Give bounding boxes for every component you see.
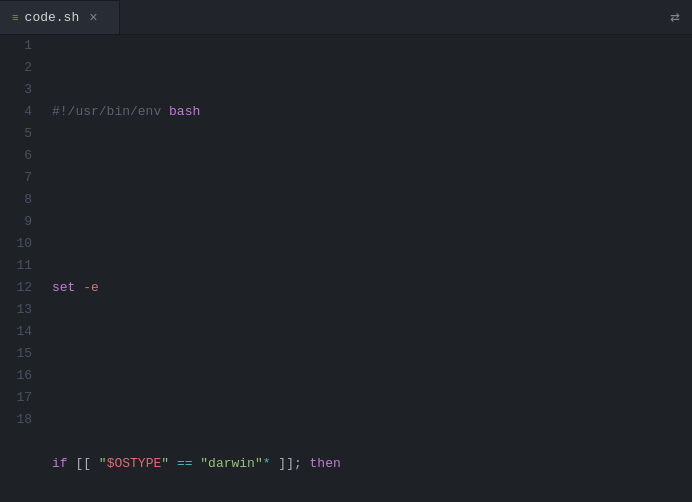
line-num-3: 3 xyxy=(0,79,32,101)
line-num-8: 8 xyxy=(0,189,32,211)
line-num-12: 12 xyxy=(0,277,32,299)
editor-area: 1 2 3 4 5 6 7 8 9 10 11 12 13 14 15 16 1… xyxy=(0,35,692,502)
line-num-15: 15 xyxy=(0,343,32,365)
tab-filename: code.sh xyxy=(25,10,80,25)
tab-list: ≡ code.sh × xyxy=(0,0,120,34)
breadcrumb-icon[interactable]: ⇄ xyxy=(670,7,680,27)
line-num-13: 13 xyxy=(0,299,32,321)
line-num-17: 17 xyxy=(0,387,32,409)
line-num-4: 4 xyxy=(0,101,32,123)
code-editor[interactable]: #!/usr/bin/env bash set -e if [[ "$OSTYP… xyxy=(44,35,692,502)
line-numbers: 1 2 3 4 5 6 7 8 9 10 11 12 13 14 15 16 1… xyxy=(0,35,44,502)
tab-bar: ≡ code.sh × ⇄ xyxy=(0,0,692,35)
code-line-5: if [[ "$OSTYPE" == "darwin"* ]]; then xyxy=(52,453,692,475)
line-num-18: 18 xyxy=(0,409,32,431)
line-num-11: 11 xyxy=(0,255,32,277)
line-num-10: 10 xyxy=(0,233,32,255)
file-icon: ≡ xyxy=(12,12,19,24)
line-num-1: 1 xyxy=(0,35,32,57)
line-num-6: 6 xyxy=(0,145,32,167)
tab-right-actions: ⇄ xyxy=(670,7,692,27)
line-num-9: 9 xyxy=(0,211,32,233)
code-line-1: #!/usr/bin/env bash xyxy=(52,101,692,123)
line-num-2: 2 xyxy=(0,57,32,79)
line-num-16: 16 xyxy=(0,365,32,387)
line-num-5: 5 xyxy=(0,123,32,145)
code-line-4 xyxy=(52,365,692,387)
tab-code-sh[interactable]: ≡ code.sh × xyxy=(0,0,120,34)
line-num-14: 14 xyxy=(0,321,32,343)
code-line-3: set -e xyxy=(52,277,692,299)
tab-close-button[interactable]: × xyxy=(89,10,97,26)
line-num-7: 7 xyxy=(0,167,32,189)
code-line-2 xyxy=(52,189,692,211)
